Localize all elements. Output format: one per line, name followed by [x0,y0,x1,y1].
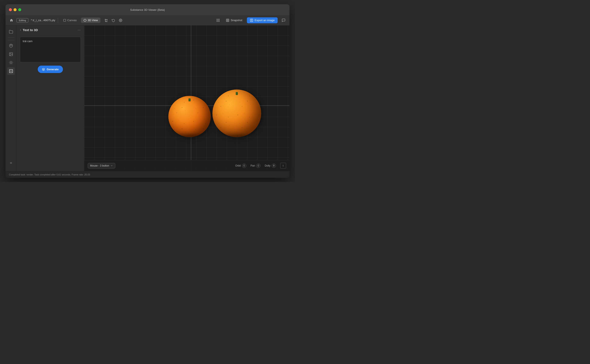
sidebar-icons [6,25,17,171]
svg-rect-7 [217,20,217,20]
sidebar-item-files[interactable] [7,28,15,36]
toolbar: Editing * tr_i_ca...46675.ply Canvas 3D … [6,15,289,25]
orange-right-stem [236,92,238,95]
snapshot-icon [226,19,229,22]
svg-point-3 [120,20,121,21]
pan-mouse-icon [256,164,261,168]
orange-right-shadow [220,135,254,137]
orange-left-stem [188,98,190,101]
sidebar-divider-1 [8,37,14,38]
toolbar-divider-1 [58,18,58,23]
orbit-mouse-icon [242,164,246,168]
svg-rect-11 [218,21,219,22]
svg-rect-0 [63,19,66,21]
svg-point-14 [227,20,228,21]
orange-left-texture [168,96,211,137]
generate-icon [42,68,45,71]
text-input[interactable] [20,37,81,62]
dropdown-chevron-icon [110,164,113,167]
dolly-scroll-icon [272,164,276,168]
pan-control: Pan [250,164,261,168]
sidebar-collapse-button[interactable] [7,159,15,167]
orange-right-texture [212,90,261,137]
toolbar-icon-group [103,17,124,24]
svg-rect-12 [219,21,220,22]
history-icon-btn[interactable] [110,17,117,24]
panel-title: Text to 3D [23,28,76,32]
svg-point-20 [10,62,12,64]
panel: ‹ Text to 3D ··· Generate [17,25,84,171]
panel-back-button[interactable]: ‹ [20,28,21,32]
svg-rect-2 [105,20,107,21]
crop-icon-btn[interactable] [103,17,109,24]
panel-header: ‹ Text to 3D ··· [17,25,84,34]
sidebar-item-images[interactable] [7,50,15,58]
sidebar-divider-2 [8,40,14,40]
file-name: * tr_i_ca...46675.ply [31,19,55,22]
home-button[interactable] [8,17,15,24]
dolly-control: Dolly [265,164,276,168]
svg-rect-4 [217,19,217,20]
svg-rect-6 [219,19,220,20]
canvas-tab[interactable]: Canvas [60,18,79,23]
snapshot-button[interactable]: Snapshot [223,17,245,23]
view3d-tab[interactable]: 3D View [81,18,101,23]
settings-icon-btn[interactable] [117,17,124,24]
chat-button[interactable] [280,17,287,24]
grid-icon [216,18,220,22]
panel-body: Generate [17,34,84,76]
close-button[interactable] [9,8,12,11]
minimize-button[interactable] [13,8,17,11]
traffic-lights [9,8,21,11]
panel-more-button[interactable]: ··· [78,28,81,32]
chat-icon [282,18,285,22]
status-bar: Completed task: render. Task completed a… [6,171,289,178]
svg-rect-5 [218,19,219,20]
svg-rect-13 [226,19,229,22]
svg-line-28 [12,61,12,62]
svg-rect-10 [217,21,217,22]
title-bar: Substance 3D Viewer (Beta) [6,4,289,15]
generate-button[interactable]: Generate [38,66,63,73]
viewport-controls: Orbit Pan [118,163,286,169]
maximize-button[interactable] [18,8,21,11]
orange-right [212,90,261,137]
svg-rect-8 [218,20,219,20]
svg-point-19 [10,53,11,54]
status-text: Completed task: render. Task completed a… [9,173,90,176]
orange-left [168,96,211,137]
viewport[interactable]: Mouse - 3 button Orbit [84,25,289,171]
grid-icon-btn[interactable] [215,17,221,24]
svg-marker-1 [84,19,86,22]
sidebar-item-materials[interactable] [7,42,15,50]
editing-badge[interactable]: Editing [17,18,28,22]
canvas-icon [63,19,66,22]
orbit-control: Orbit [235,164,246,168]
export-icon [250,19,253,22]
view3d-icon [83,19,87,22]
main-content: ‹ Text to 3D ··· Generate [6,25,289,171]
sidebar-item-lighting[interactable] [7,59,15,66]
oranges-group [168,90,261,137]
export-button[interactable]: Export an image [247,17,278,23]
mouse-mode-dropdown[interactable]: Mouse - 3 button [88,163,115,169]
window-title: Substance 3D Viewer (Beta) [130,8,165,11]
svg-rect-9 [219,20,220,20]
viewport-bottom-bar: Mouse - 3 button Orbit [84,160,289,171]
orange-left-shadow [173,135,206,137]
sidebar-item-text3d[interactable] [7,67,15,75]
app-window: Substance 3D Viewer (Beta) Editing * tr_… [6,4,289,178]
info-button[interactable]: i [280,163,286,169]
svg-point-37 [274,165,274,166]
